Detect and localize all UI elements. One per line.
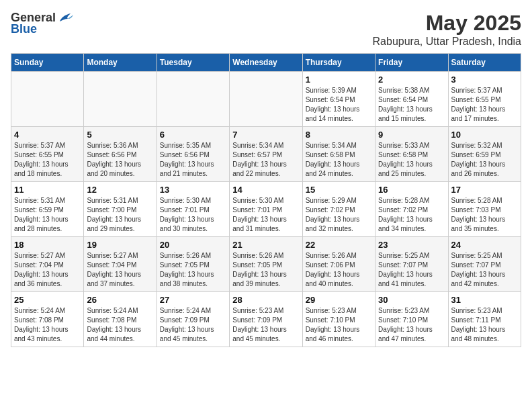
- weekday-header-wednesday: Wednesday: [230, 54, 302, 72]
- calendar-cell: [157, 72, 229, 127]
- day-number: 8: [306, 130, 372, 140]
- calendar-cell: 31Sunrise: 5:23 AM Sunset: 7:11 PM Dayli…: [448, 292, 521, 347]
- day-info: Sunrise: 5:24 AM Sunset: 7:08 PM Dayligh…: [87, 306, 153, 344]
- weekday-header-tuesday: Tuesday: [157, 54, 229, 72]
- title-area: May 2025 Rabupura, Uttar Pradesh, India: [373, 11, 521, 48]
- page-header: General Blue May 2025 Rabupura, Uttar Pr…: [11, 11, 521, 48]
- calendar-cell: 11Sunrise: 5:31 AM Sunset: 6:59 PM Dayli…: [11, 182, 84, 237]
- calendar-cell: 15Sunrise: 5:29 AM Sunset: 7:02 PM Dayli…: [302, 182, 375, 237]
- logo: General Blue: [11, 11, 73, 36]
- day-info: Sunrise: 5:32 AM Sunset: 6:59 PM Dayligh…: [451, 141, 518, 179]
- day-number: 11: [14, 185, 81, 195]
- day-info: Sunrise: 5:24 AM Sunset: 7:09 PM Dayligh…: [160, 306, 226, 344]
- calendar-table: SundayMondayTuesdayWednesdayThursdayFrid…: [11, 53, 521, 347]
- day-number: 31: [451, 295, 518, 305]
- day-info: Sunrise: 5:23 AM Sunset: 7:11 PM Dayligh…: [451, 306, 518, 344]
- calendar-cell: 9Sunrise: 5:33 AM Sunset: 6:58 PM Daylig…: [375, 127, 448, 182]
- calendar-cell: 10Sunrise: 5:32 AM Sunset: 6:59 PM Dayli…: [448, 127, 521, 182]
- day-info: Sunrise: 5:33 AM Sunset: 6:58 PM Dayligh…: [378, 141, 445, 179]
- day-number: 1: [306, 75, 372, 85]
- weekday-header-friday: Friday: [375, 54, 448, 72]
- day-number: 21: [232, 240, 299, 250]
- day-number: 25: [14, 295, 81, 305]
- calendar-cell: 20Sunrise: 5:26 AM Sunset: 7:05 PM Dayli…: [157, 237, 229, 292]
- day-number: 18: [14, 240, 81, 250]
- day-number: 4: [14, 130, 81, 140]
- calendar-cell: 7Sunrise: 5:34 AM Sunset: 6:57 PM Daylig…: [230, 127, 302, 182]
- calendar-cell: [84, 72, 157, 127]
- day-number: 22: [306, 240, 372, 250]
- week-row-3: 11Sunrise: 5:31 AM Sunset: 6:59 PM Dayli…: [11, 182, 521, 237]
- day-info: Sunrise: 5:39 AM Sunset: 6:54 PM Dayligh…: [306, 86, 372, 124]
- weekday-header-thursday: Thursday: [302, 54, 375, 72]
- day-info: Sunrise: 5:28 AM Sunset: 7:03 PM Dayligh…: [451, 196, 518, 234]
- day-number: 20: [160, 240, 226, 250]
- day-info: Sunrise: 5:27 AM Sunset: 7:04 PM Dayligh…: [87, 251, 153, 289]
- day-number: 23: [378, 240, 445, 250]
- calendar-cell: 29Sunrise: 5:23 AM Sunset: 7:10 PM Dayli…: [302, 292, 375, 347]
- day-info: Sunrise: 5:30 AM Sunset: 7:01 PM Dayligh…: [232, 196, 299, 234]
- calendar-cell: 12Sunrise: 5:31 AM Sunset: 7:00 PM Dayli…: [84, 182, 157, 237]
- calendar-cell: 28Sunrise: 5:23 AM Sunset: 7:09 PM Dayli…: [230, 292, 302, 347]
- week-row-5: 25Sunrise: 5:24 AM Sunset: 7:08 PM Dayli…: [11, 292, 521, 347]
- calendar-cell: 23Sunrise: 5:25 AM Sunset: 7:07 PM Dayli…: [375, 237, 448, 292]
- day-info: Sunrise: 5:34 AM Sunset: 6:57 PM Dayligh…: [232, 141, 299, 179]
- calendar-cell: 21Sunrise: 5:26 AM Sunset: 7:05 PM Dayli…: [230, 237, 302, 292]
- day-info: Sunrise: 5:26 AM Sunset: 7:05 PM Dayligh…: [160, 251, 226, 289]
- logo-bird-icon: [58, 12, 73, 24]
- day-info: Sunrise: 5:25 AM Sunset: 7:07 PM Dayligh…: [378, 251, 445, 289]
- weekday-header-sunday: Sunday: [11, 54, 84, 72]
- day-number: 13: [160, 185, 226, 195]
- day-info: Sunrise: 5:30 AM Sunset: 7:01 PM Dayligh…: [160, 196, 226, 234]
- day-info: Sunrise: 5:31 AM Sunset: 6:59 PM Dayligh…: [14, 196, 81, 234]
- calendar-cell: 2Sunrise: 5:38 AM Sunset: 6:54 PM Daylig…: [375, 72, 448, 127]
- calendar-cell: 19Sunrise: 5:27 AM Sunset: 7:04 PM Dayli…: [84, 237, 157, 292]
- week-row-1: 1Sunrise: 5:39 AM Sunset: 6:54 PM Daylig…: [11, 72, 521, 127]
- week-row-2: 4Sunrise: 5:37 AM Sunset: 6:55 PM Daylig…: [11, 127, 521, 182]
- calendar-cell: 22Sunrise: 5:26 AM Sunset: 7:06 PM Dayli…: [302, 237, 375, 292]
- day-number: 29: [306, 295, 372, 305]
- day-info: Sunrise: 5:27 AM Sunset: 7:04 PM Dayligh…: [14, 251, 81, 289]
- day-number: 24: [451, 240, 518, 250]
- weekday-header-monday: Monday: [84, 54, 157, 72]
- day-number: 17: [451, 185, 518, 195]
- week-row-4: 18Sunrise: 5:27 AM Sunset: 7:04 PM Dayli…: [11, 237, 521, 292]
- day-number: 15: [306, 185, 372, 195]
- day-number: 26: [87, 295, 153, 305]
- calendar-cell: 30Sunrise: 5:23 AM Sunset: 7:10 PM Dayli…: [375, 292, 448, 347]
- calendar-cell: 13Sunrise: 5:30 AM Sunset: 7:01 PM Dayli…: [157, 182, 229, 237]
- calendar-cell: 16Sunrise: 5:28 AM Sunset: 7:02 PM Dayli…: [375, 182, 448, 237]
- day-info: Sunrise: 5:26 AM Sunset: 7:06 PM Dayligh…: [306, 251, 372, 289]
- day-info: Sunrise: 5:35 AM Sunset: 6:56 PM Dayligh…: [160, 141, 226, 179]
- weekday-header-row: SundayMondayTuesdayWednesdayThursdayFrid…: [11, 54, 521, 72]
- calendar-cell: 5Sunrise: 5:36 AM Sunset: 6:56 PM Daylig…: [84, 127, 157, 182]
- day-info: Sunrise: 5:37 AM Sunset: 6:55 PM Dayligh…: [451, 86, 518, 124]
- day-info: Sunrise: 5:36 AM Sunset: 6:56 PM Dayligh…: [87, 141, 153, 179]
- day-info: Sunrise: 5:24 AM Sunset: 7:08 PM Dayligh…: [14, 306, 81, 344]
- calendar-cell: 26Sunrise: 5:24 AM Sunset: 7:08 PM Dayli…: [84, 292, 157, 347]
- calendar-cell: 14Sunrise: 5:30 AM Sunset: 7:01 PM Dayli…: [230, 182, 302, 237]
- calendar-cell: 17Sunrise: 5:28 AM Sunset: 7:03 PM Dayli…: [448, 182, 521, 237]
- day-number: 3: [451, 75, 518, 85]
- day-info: Sunrise: 5:29 AM Sunset: 7:02 PM Dayligh…: [306, 196, 372, 234]
- calendar-cell: 25Sunrise: 5:24 AM Sunset: 7:08 PM Dayli…: [11, 292, 84, 347]
- day-info: Sunrise: 5:34 AM Sunset: 6:58 PM Dayligh…: [306, 141, 372, 179]
- day-number: 28: [232, 295, 299, 305]
- calendar-cell: [11, 72, 84, 127]
- day-info: Sunrise: 5:23 AM Sunset: 7:09 PM Dayligh…: [232, 306, 299, 344]
- day-info: Sunrise: 5:26 AM Sunset: 7:05 PM Dayligh…: [232, 251, 299, 289]
- calendar-subtitle: Rabupura, Uttar Pradesh, India: [373, 36, 521, 48]
- calendar-cell: 4Sunrise: 5:37 AM Sunset: 6:55 PM Daylig…: [11, 127, 84, 182]
- calendar-cell: 24Sunrise: 5:25 AM Sunset: 7:07 PM Dayli…: [448, 237, 521, 292]
- calendar-cell: 27Sunrise: 5:24 AM Sunset: 7:09 PM Dayli…: [157, 292, 229, 347]
- day-number: 30: [378, 295, 445, 305]
- day-number: 27: [160, 295, 226, 305]
- day-info: Sunrise: 5:28 AM Sunset: 7:02 PM Dayligh…: [378, 196, 445, 234]
- calendar-cell: 6Sunrise: 5:35 AM Sunset: 6:56 PM Daylig…: [157, 127, 229, 182]
- day-number: 7: [232, 130, 299, 140]
- weekday-header-saturday: Saturday: [448, 54, 521, 72]
- day-info: Sunrise: 5:37 AM Sunset: 6:55 PM Dayligh…: [14, 141, 81, 179]
- day-info: Sunrise: 5:31 AM Sunset: 7:00 PM Dayligh…: [87, 196, 153, 234]
- day-number: 16: [378, 185, 445, 195]
- day-info: Sunrise: 5:23 AM Sunset: 7:10 PM Dayligh…: [378, 306, 445, 344]
